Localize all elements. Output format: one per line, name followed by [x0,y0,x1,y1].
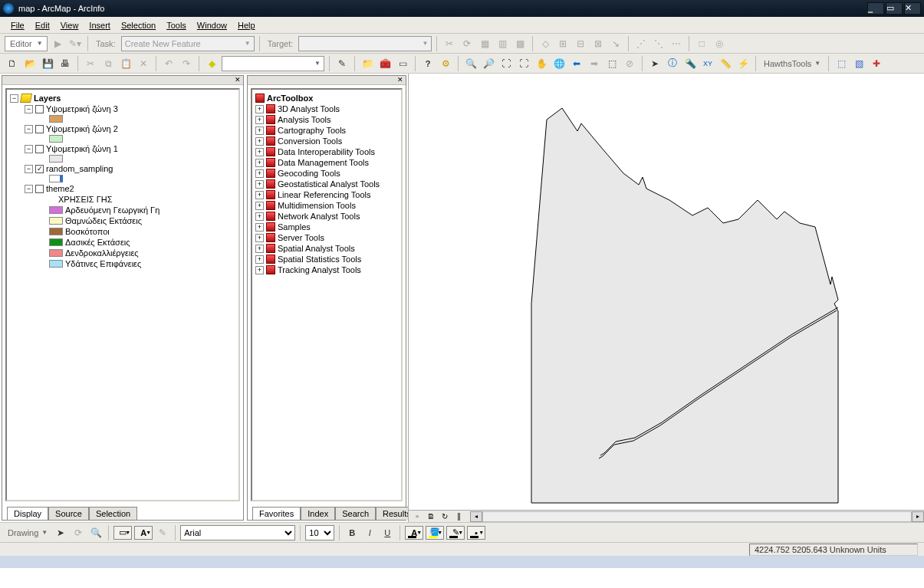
toolbox-item[interactable]: Spatial Statistics Tools [278,255,361,264]
layer-name[interactable]: theme2 [46,184,74,193]
menu-insert[interactable]: Insert [84,19,115,31]
font-color-icon[interactable]: A▼ [405,526,423,540]
size-dropdown[interactable]: 10 [305,525,334,540]
collapse-icon[interactable]: − [25,145,33,153]
expand-icon[interactable]: + [255,148,264,156]
line-color-icon[interactable]: ✎▼ [446,526,465,540]
toolbox-item[interactable]: Samples [278,222,311,232]
tab-display[interactable]: Display [7,507,48,520]
toolbox-item[interactable]: Cartography Tools [278,126,346,135]
arctoolbox-icon[interactable]: 🧰 [377,56,393,71]
print-icon[interactable]: 🖶 [58,56,73,71]
scale-dropdown[interactable]: ▼ [222,56,324,71]
collapse-icon[interactable]: − [25,185,33,193]
layer-name[interactable]: Υψομετρική ζώνη 2 [46,124,118,133]
expand-icon[interactable]: + [255,255,264,264]
open-icon[interactable]: 📂 [22,56,38,71]
identify-icon[interactable]: ⓘ [665,56,680,71]
fixed-zoomout-icon[interactable]: ⛶ [516,56,531,71]
fill-color-icon[interactable]: 🪣▼ [426,526,444,540]
collapse-icon[interactable]: − [10,94,18,103]
toolbox-item[interactable]: Linear Referencing Tools [278,190,370,199]
expand-icon[interactable]: + [255,169,264,178]
toolbox-item[interactable]: Geocoding Tools [278,169,340,178]
back-icon[interactable]: ⬅ [569,56,584,71]
menu-file[interactable]: File [6,19,29,31]
task-dropdown[interactable]: Create New Feature▼ [121,36,255,51]
fixed-zoomin-icon[interactable]: ⛶ [498,56,514,71]
atb-close-icon[interactable]: ✕ [396,77,404,84]
toolbox-item[interactable]: Network Analyst Tools [278,212,360,221]
ht3-icon[interactable]: ✚ [869,56,884,71]
expand-icon[interactable]: + [255,126,264,135]
layout-view-icon[interactable]: 🗎 [426,512,436,521]
italic-icon[interactable]: I [362,525,377,540]
new-rect-icon[interactable]: ▭▼ [113,526,132,540]
full-extent-icon[interactable]: 🌐 [551,56,567,71]
expand-icon[interactable]: + [255,137,264,146]
map-view[interactable]: ▫ 🗎 ↻ ‖ ◂ ▸ [408,74,924,522]
new-icon[interactable]: 🗋 [5,56,20,71]
layers-root[interactable]: Layers [34,94,61,103]
toolbox-item[interactable]: Server Tools [278,233,324,242]
toolbox-item[interactable]: Spatial Analyst Tools [278,244,355,253]
goto-xy-icon[interactable]: XY [700,56,715,71]
layer-checkbox[interactable] [35,185,44,193]
ht2-icon[interactable]: ▧ [851,56,866,71]
tab-selection[interactable]: Selection [89,507,137,520]
tab-source[interactable]: Source [48,507,89,520]
tab-favorites[interactable]: Favorites [252,507,301,520]
menu-tools[interactable]: Tools [162,19,191,31]
expand-icon[interactable]: + [255,266,264,274]
target-dropdown[interactable]: ▼ [298,36,432,51]
measure-icon[interactable]: 📏 [718,56,733,71]
maximize-button[interactable]: ▭ [886,2,903,15]
minimize-button[interactable]: ‗ [867,2,884,15]
data-view-icon[interactable]: ▫ [412,512,423,521]
zoomin-icon[interactable]: 🔍 [463,56,478,71]
toolbox-item[interactable]: 3D Analyst Tools [278,104,340,113]
ht1-icon[interactable]: ⬚ [834,56,849,71]
menu-window[interactable]: Window [192,19,232,31]
tab-search[interactable]: Search [335,507,376,520]
layer-checkbox[interactable] [35,105,44,113]
select-features-icon[interactable]: ⬚ [604,56,620,71]
layer-checkbox[interactable] [35,125,44,133]
select-elements-icon[interactable]: ➤ [647,56,663,71]
drawing-menu[interactable]: Drawing▼ [5,525,51,540]
toolbox-item[interactable]: Conversion Tools [278,136,342,146]
layer-name[interactable]: Υψομετρική ζώνη 3 [46,104,118,113]
arctoolbox-tree[interactable]: ArcToolbox +3D Analyst Tools+Analysis To… [251,88,403,501]
zoomout-icon[interactable]: 🔎 [481,56,496,71]
toc-tree[interactable]: −Layers −Υψομετρική ζώνη 3 −Υψομετρική ζ… [5,88,240,501]
expand-icon[interactable]: + [255,180,264,189]
layer-checkbox[interactable] [35,145,44,153]
select-elements-icon[interactable]: ➤ [53,525,68,540]
menu-selection[interactable]: Selection [117,19,160,31]
new-text-icon[interactable]: A▼ [134,526,153,540]
tab-index[interactable]: Index [301,507,335,520]
find-icon[interactable]: 🔦 [682,56,698,71]
modelbuilder-icon[interactable]: ⚙ [438,56,453,71]
menu-edit[interactable]: Edit [31,19,54,31]
expand-icon[interactable]: + [255,212,264,221]
pause-icon[interactable]: ‖ [453,512,464,521]
editor-toolbar-icon[interactable]: ✎ [334,56,350,71]
hawths-menu[interactable]: HawthsTools▼ [761,56,824,71]
layer-checkbox[interactable]: ✓ [35,165,44,173]
refresh-icon[interactable]: ↻ [439,512,450,521]
layer-name[interactable]: random_sampling [46,164,113,173]
expand-icon[interactable]: + [255,191,264,199]
expand-icon[interactable]: + [255,105,264,113]
bold-icon[interactable]: B [344,525,360,540]
menu-help[interactable]: Help [233,19,260,31]
scroll-left-icon[interactable]: ◂ [470,511,482,522]
paste-icon[interactable]: 📋 [118,56,133,71]
menu-view[interactable]: View [56,19,84,31]
toolbox-item[interactable]: Geostatistical Analyst Tools [278,179,380,189]
collapse-icon[interactable]: − [25,165,33,173]
save-icon[interactable]: 💾 [40,56,55,71]
add-data-icon[interactable]: ◆ [204,56,219,71]
expand-icon[interactable]: + [255,245,264,253]
toolbox-item[interactable]: Analysis Tools [278,115,331,124]
